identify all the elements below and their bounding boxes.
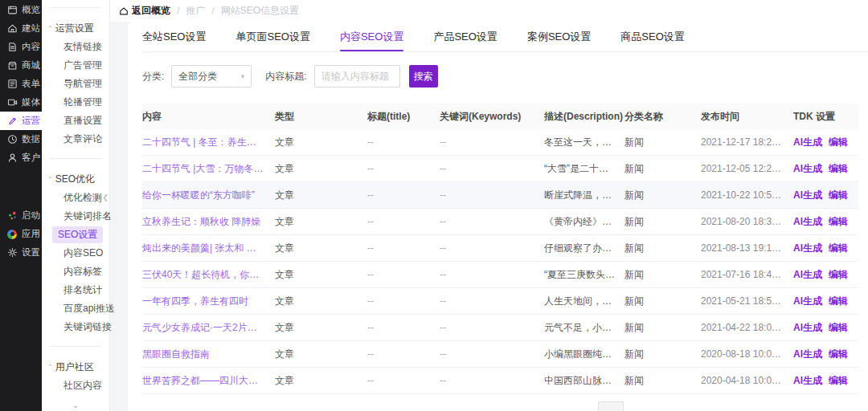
content-title-link[interactable]: 立秋养生记：顺秋收 降肺燥	[142, 215, 275, 229]
submenu-item-内容SEO[interactable]: 内容SEO	[42, 244, 109, 262]
sidebar-collapse-icon[interactable]: ❮	[102, 193, 108, 201]
description-cell: 断崖式降温，让全国一...	[544, 189, 624, 202]
sidebar-item-商城[interactable]: 商城	[0, 56, 42, 75]
edit-link[interactable]: 编辑	[829, 348, 848, 361]
submenu-item-百度api推送[interactable]: 百度api推送	[42, 299, 109, 318]
content-title-link[interactable]: 三伏40天！超长待机，你准备好了...	[142, 268, 275, 282]
ai-generate-link[interactable]: AI生成	[793, 321, 822, 335]
content-title-link[interactable]: 二十四节气 | 冬至：养生好时节	[142, 136, 275, 149]
sidebar-item-应用[interactable]: 应用	[0, 225, 42, 243]
submenu-item-文章评论[interactable]: 文章评论	[42, 130, 109, 149]
submenu-item-label: 导航管理	[58, 75, 108, 92]
content-title-link[interactable]: 元气少女养成记·一天2片，让这个春...	[142, 321, 275, 335]
submenu-item-优化检测[interactable]: 优化检测	[42, 189, 109, 207]
submenu-item-排名统计[interactable]: 排名统计	[42, 281, 109, 299]
tdk-actions-cell: AI生成编辑	[793, 189, 858, 202]
pagination-stub[interactable]	[598, 401, 624, 411]
breadcrumb-home-link[interactable]: 返回概览	[119, 4, 170, 18]
submenu-item-友情链接[interactable]: 友情链接	[42, 38, 109, 56]
description-cell: “夏至三庚数头伏”，这...	[544, 268, 624, 282]
keywords-cell: --	[440, 242, 544, 254]
tdk-actions-cell: AI生成编辑	[793, 242, 858, 255]
breadcrumb-separator: /	[177, 6, 179, 17]
description-cell: 小编黑眼圈纯粹是熬夜...	[544, 348, 624, 361]
publish-time-cell: 2021-07-16 18:42:38	[701, 269, 793, 280]
edit-link[interactable]: 编辑	[829, 374, 848, 388]
ai-generate-link[interactable]: AI生成	[793, 295, 822, 308]
ai-generate-link[interactable]: AI生成	[793, 348, 822, 361]
submenu-section-header-SEO优化[interactable]: ⌃SEO优化	[42, 170, 109, 189]
sidebar-item-客户[interactable]: 客户	[0, 149, 42, 167]
submenu-item-SEO设置[interactable]: SEO设置	[42, 226, 109, 244]
submenu-item-关键词链接[interactable]: 关键词链接	[42, 318, 109, 336]
breadcrumb-home-label: 返回概览	[132, 4, 170, 18]
title-search-input[interactable]	[314, 65, 400, 87]
seo-tabs: 全站SEO设置单页面SEO设置内容SEO设置产品SEO设置案例SEO设置商品SE…	[142, 22, 868, 52]
ai-generate-link[interactable]: AI生成	[793, 374, 822, 388]
ai-generate-link[interactable]: AI生成	[793, 242, 822, 255]
seo-table: 内容类型标题(title)关键词(Keywords)描述(Description…	[142, 104, 858, 394]
content-title-link[interactable]: 黑眼圈自救指南	[142, 348, 275, 361]
edit-link[interactable]: 编辑	[829, 321, 848, 335]
tab-内容SEO设置[interactable]: 内容SEO设置	[340, 30, 403, 51]
submenu-item-label: 排名统计	[58, 282, 108, 299]
submenu-item-社区内容[interactable]: 社区内容	[42, 376, 109, 395]
submenu-item-label: 轮播管理	[58, 94, 108, 111]
sidebar-item-label: 客户	[22, 152, 40, 164]
submenu-item-导航管理[interactable]: 导航管理	[42, 75, 109, 93]
submenu-item-直播设置[interactable]: 直播设置	[42, 112, 109, 130]
keywords-cell: --	[440, 348, 544, 360]
sidebar-item-媒体[interactable]: 媒体	[0, 93, 42, 112]
breadcrumb-item-promotion[interactable]: 推广	[186, 4, 205, 18]
submenu-item-内容标签[interactable]: 内容标签	[42, 262, 109, 281]
submenu-item-轮播管理[interactable]: 轮播管理	[42, 93, 109, 112]
tdk-actions-cell: AI生成编辑	[793, 268, 858, 282]
sidebar-item-表单[interactable]: 表单	[0, 75, 42, 93]
breadcrumb-separator: /	[211, 6, 214, 17]
sidebar-item-label: 商城	[22, 59, 40, 71]
content-title-link[interactable]: 炖出来的美颜羹| 张太和 雪燕桃胶皂...	[142, 242, 275, 255]
edit-link[interactable]: 编辑	[829, 189, 848, 202]
category-cell: 新闻	[624, 295, 701, 308]
edit-link[interactable]: 编辑	[829, 268, 848, 282]
sidebar-item-启动[interactable]: 启动	[0, 206, 42, 225]
title-cell: --	[367, 163, 440, 174]
ai-generate-link[interactable]: AI生成	[793, 162, 822, 176]
sidebar-item-建站[interactable]: 建站	[0, 19, 42, 38]
edit-link[interactable]: 编辑	[829, 295, 848, 308]
content-title-link[interactable]: 世界苦荞之都——四川大凉山	[142, 374, 275, 388]
sidebar-item-内容[interactable]: 内容	[0, 38, 42, 56]
search-button[interactable]: 搜索	[409, 65, 438, 87]
content-title-link[interactable]: 一年有四季，养生有四时	[142, 295, 275, 308]
description-cell: 中国西部山脉，在四川...	[544, 374, 624, 388]
sidebar-item-数据[interactable]: 数据	[0, 130, 42, 149]
ai-generate-link[interactable]: AI生成	[793, 215, 822, 229]
edit-link[interactable]: 编辑	[829, 162, 848, 176]
sidebar-item-设置[interactable]: 设置	[0, 243, 42, 262]
ai-generate-link[interactable]: AI生成	[793, 189, 822, 202]
ai-generate-link[interactable]: AI生成	[793, 268, 822, 282]
category-select[interactable]: 全部分类 ▾	[171, 65, 252, 87]
tab-全站SEO设置[interactable]: 全站SEO设置	[142, 30, 206, 51]
submenu-item-关键词排名[interactable]: 关键词排名	[42, 207, 109, 226]
category-cell: 新闻	[624, 215, 701, 229]
tab-单页面SEO设置[interactable]: 单页面SEO设置	[235, 30, 309, 51]
content-title-link[interactable]: 给你一杯暖暖的“东方咖啡”	[142, 189, 275, 202]
submenu-section-header-运营设置[interactable]: ⌃运营设置	[42, 19, 109, 38]
scroll-down-chevron-icon[interactable]: ⌄	[42, 401, 109, 409]
ai-generate-link[interactable]: AI生成	[793, 136, 822, 149]
edit-link[interactable]: 编辑	[829, 136, 848, 149]
submenu-section-header-用户社区[interactable]: ⌃用户社区	[42, 358, 109, 376]
content-title-link[interactable]: 二十四节气 |大雪：万物冬藏待春来	[142, 162, 275, 176]
edit-link[interactable]: 编辑	[829, 242, 848, 255]
tab-产品SEO设置[interactable]: 产品SEO设置	[433, 30, 497, 51]
table-row: 一年有四季，养生有四时文章----人生天地间，生存与活...新闻2021-05-…	[142, 288, 858, 315]
sidebar-item-label: 媒体	[22, 96, 40, 108]
title-cell: --	[367, 136, 440, 148]
submenu-item-广告管理[interactable]: 广告管理	[42, 56, 109, 75]
edit-link[interactable]: 编辑	[829, 215, 848, 229]
sidebar-item-运营[interactable]: 运营	[0, 112, 42, 130]
tab-商品SEO设置[interactable]: 商品SEO设置	[620, 30, 684, 51]
sidebar-item-概览[interactable]: 概览	[0, 1, 42, 19]
tab-案例SEO设置[interactable]: 案例SEO设置	[527, 30, 591, 51]
